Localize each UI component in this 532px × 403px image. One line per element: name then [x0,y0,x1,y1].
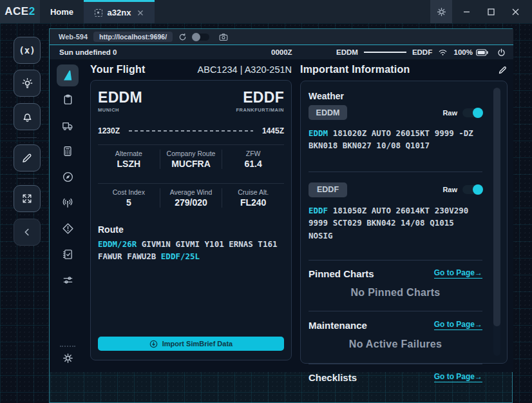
no-active-failures-text: No Active Failures [309,339,482,350]
stat-cruise-alt: Cruise Alt. FL240 [222,188,284,208]
toolbar-divider [17,178,37,179]
url-input[interactable]: http://localhost:9696/ [93,32,173,42]
checklists-heading: Checklists [309,372,357,383]
departure-time: 1230Z [98,126,120,135]
app-titlebar: ACE2 Home a32nx [0,0,532,23]
power-icon[interactable] [497,48,506,57]
window-controls [452,0,532,23]
divider [309,172,482,172]
important-information-card: Weather EDDM Raw EDDM 181020Z AUTO 26015… [300,81,508,364]
sidebar-item-navigation[interactable] [55,164,80,190]
stat-cost-index: Cost Index 5 [98,188,160,208]
scrollbar-thumb[interactable] [493,88,500,326]
metar-eddm: EDDM 181020Z AUTO 26015KT 9999 -DZ BKN01… [309,127,482,152]
wifi-icon [438,48,448,56]
instrument-selection-region[interactable]: Web-594 http://localhost:9696/ Sun undef… [49,28,513,403]
important-information-title: Important Information [300,64,410,75]
close-button[interactable] [508,4,523,19]
sidebar-item-dashboard[interactable] [57,64,79,86]
sidebar-item-checklists[interactable] [55,241,80,267]
route-arrival: EDDF/25L [161,251,200,261]
origin-airport: EDDM MUNICH [98,90,142,113]
sidebar-item-presets[interactable] [55,267,80,293]
edit-mode-button[interactable] [14,144,41,172]
checklists-go-to-page-link[interactable]: Go to Page→ [434,372,482,382]
refresh-icon[interactable] [178,33,187,41]
toolbar-divider [17,137,37,138]
destination-city: FRANKFURT/MAIN [236,107,285,113]
raw-toggle-eddm[interactable] [462,108,482,117]
flight-stats-row-2: Cost Index 5 Average Wind 279/020 Cruise… [98,183,284,213]
raw-toggle-eddf[interactable] [462,185,482,194]
tab-close-icon[interactable] [137,10,144,16]
raw-label: Raw [442,109,457,117]
raw-label: Raw [442,186,457,193]
station-button-eddm[interactable]: EDDM [309,105,347,120]
edit-pencil-icon[interactable] [498,65,508,75]
metar-eddf: EDDF 181050Z AUTO 26014KT 230V290 9999 S… [309,204,482,242]
flight-progress-line [364,52,406,53]
route-departure: EDDM/26R [98,239,137,249]
weather-heading: Weather [309,91,482,101]
stat-zfw: ZFW 61.4 [222,150,284,169]
scrollbar-track[interactable] [493,88,500,356]
import-simbrief-button[interactable]: Import SimBrief Data [98,337,284,351]
pinned-charts-go-to-page-link[interactable]: Go to Page→ [434,268,482,279]
fullscreen-button[interactable] [14,185,41,212]
import-simbrief-label: Import SimBrief Data [162,340,233,348]
battery-icon [476,49,488,56]
bell-icon [21,111,33,123]
app-logo-text: ACE [5,5,28,18]
your-flight-title: Your Flight [90,64,145,75]
station-button-eddf[interactable]: EDDF [309,182,347,197]
minimize-button[interactable] [459,4,474,19]
no-pinned-charts-text: No Pinned Charts [309,287,482,299]
divider [309,260,482,260]
grid-canvas[interactable]: Web-594 http://localhost:9696/ Sun undef… [0,23,532,403]
efb-sidebar [50,59,86,372]
arrival-time: 1445Z [262,126,284,135]
sidebar-item-ground-services[interactable] [55,112,80,138]
maintenance-heading: Maintenance [309,320,367,331]
maintenance-go-to-page-link[interactable]: Go to Page→ [434,320,482,330]
flight-timeline: 1230Z 1445Z [98,126,284,135]
divider [309,364,482,364]
statusbar-origin: EDDM [336,48,358,56]
download-icon [149,340,158,348]
expression-editor-button[interactable]: (x) [14,37,41,64]
notifications-button[interactable] [14,103,41,130]
screenshot-camera-icon[interactable] [219,33,228,41]
origin-code: EDDM [98,90,142,105]
browser-bar: Web-594 http://localhost:9696/ [50,29,513,44]
pencil-icon [21,152,33,164]
tab-home-label: Home [50,7,73,17]
origin-city: MUNICH [98,107,142,113]
titlebar-spacer [155,0,430,23]
lightbulb-icon [21,77,33,90]
window-handle-label[interactable]: Web-594 [59,33,88,41]
tab-a32nx-label: a32nx [108,8,131,17]
tab-a32nx[interactable]: a32nx [84,0,155,23]
timeline-dashed-line [129,130,253,132]
settings-gear-button[interactable] [430,0,452,23]
collapse-toolbar-button[interactable] [14,219,41,246]
destination-airport: EDDF FRANKFURT/MAIN [236,90,285,113]
tail-fin-logo-icon [61,69,74,82]
pinned-charts-heading: Pinned Charts [309,268,374,279]
sidebar-item-failures[interactable] [55,215,80,241]
lighting-button[interactable] [14,70,41,97]
route-text: EDDM/26R GIVM1N GIVMI Y101 ERNAS T161 FA… [98,239,284,263]
sidebar-item-flight-plan[interactable] [55,86,80,112]
app-logo: ACE2 [0,0,40,23]
maximize-button[interactable] [483,4,499,19]
select-region-icon [95,9,102,17]
efb-screen: Sun undefined 0 0000Z EDDM EDDF 100 [50,44,513,372]
expand-icon [21,193,33,204]
flight-card: EDDM MUNICH EDDF FRANKFURT/MAIN 1230Z [90,80,292,360]
sidebar-item-settings[interactable] [62,352,74,364]
sidebar-item-radio[interactable] [55,190,80,215]
tab-home[interactable]: Home [40,0,84,23]
sidebar-divider [60,346,75,347]
sidebar-item-performance-calculator[interactable] [55,138,80,164]
devtools-toggle[interactable] [193,34,209,41]
